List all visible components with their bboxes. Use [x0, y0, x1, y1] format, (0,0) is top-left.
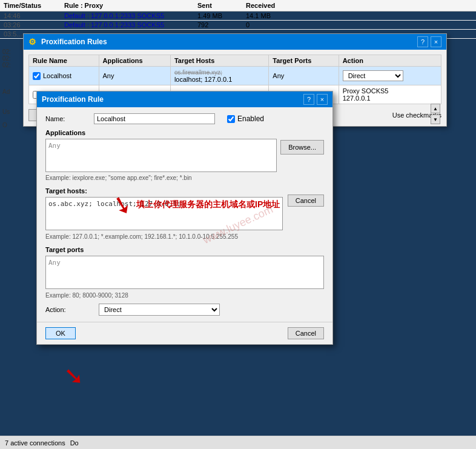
- browse-button[interactable]: Browse...: [280, 140, 324, 155]
- log-header: Time/Status Rule : Proxy Sent Received: [0, 0, 476, 12]
- target-hosts-section: Target hosts: os.abc.xyz; localhost; 127…: [45, 185, 324, 244]
- row1-rule: Default : 127.0.0.1:2333 SOCKS5: [64, 12, 197, 19]
- rule-close-button[interactable]: ×: [317, 94, 328, 105]
- rules-dialog-titlebar-buttons: ? ×: [417, 36, 441, 47]
- left-log: 02: 02: 02: Ad Us O: [2, 48, 19, 128]
- applications-input[interactable]: Any: [45, 139, 277, 172]
- active-connections: 7 active connections: [5, 439, 65, 447]
- log-row-1: 14:46 Default : 127.0.0.1:2333 SOCKS5 1.…: [0, 12, 476, 21]
- name-row: Name: Enabled: [45, 113, 324, 124]
- rule-dialog-titlebar: Proxification Rule ? ×: [37, 91, 332, 107]
- col-action: Action: [339, 55, 441, 67]
- applications-example: Example: iexplore.exe; "some app.exe"; f…: [45, 175, 324, 181]
- status-bar: 7 active connections Do: [0, 436, 476, 449]
- target-ports-input[interactable]: Any: [45, 256, 324, 289]
- row1-name: Localhost: [29, 67, 99, 85]
- rules-dialog-title: Proxification Rules: [41, 38, 107, 46]
- target-hosts-label: Target hosts:: [45, 187, 283, 195]
- row1-checkbox[interactable]: [33, 72, 41, 80]
- cancel-button[interactable]: Cancel: [288, 327, 324, 339]
- row1-received: 14.1 MB: [246, 12, 294, 19]
- rules-close-button[interactable]: ×: [431, 36, 441, 47]
- rules-dialog-titlebar: ⚙ Proxification Rules ? ×: [24, 34, 446, 50]
- log-row-2: 03:26 Default : 127.0.0.1:2333 SOCKS5 79…: [0, 21, 476, 30]
- ok-button[interactable]: OK: [45, 327, 76, 339]
- target-hosts-input[interactable]: os.abc.xyz; localhost; 127.0.0.1;: [45, 197, 283, 230]
- applications-row: Any Browse...: [45, 139, 324, 172]
- rule-help-button[interactable]: ?: [303, 94, 314, 105]
- enabled-checkbox[interactable]: [227, 115, 235, 123]
- col-applications: Applications: [99, 55, 170, 67]
- col-rule-name: Rule Name: [29, 55, 99, 67]
- target-hosts-example: Example: 127.0.0.1; *.example.com; 192.1…: [45, 233, 283, 240]
- col-target-ports: Target Ports: [269, 55, 339, 67]
- rules-dialog-icon: ⚙: [28, 37, 36, 47]
- applications-section-label: Applications: [45, 129, 324, 136]
- rules-help-button[interactable]: ?: [417, 36, 428, 47]
- row1-action-select[interactable]: Direct Proxy SOCKS5: [343, 70, 403, 81]
- col-rule: Rule : Proxy: [64, 2, 197, 9]
- row1-apps: Any: [99, 67, 170, 85]
- row2-time: 03:26: [4, 21, 64, 28]
- enabled-row: Enabled: [227, 115, 264, 123]
- target-ports-label: Target ports: [45, 246, 324, 253]
- col-sent: Sent: [197, 2, 246, 9]
- row2-rule: Default : 127.0.0.1:2333 SOCKS5: [64, 21, 197, 28]
- row1-sent: 1.49 MB: [197, 12, 246, 19]
- scroll-down-button[interactable]: ▼: [431, 115, 440, 124]
- row1-ports: Any: [269, 67, 339, 85]
- name-label: Name:: [45, 115, 94, 122]
- enabled-label: Enabled: [237, 115, 264, 123]
- target-ports-example: Example: 80; 8000-9000; 3128: [45, 292, 324, 299]
- scroll-up-button[interactable]: ▲: [431, 104, 440, 113]
- col-time: Time/Status: [4, 2, 64, 9]
- row2-action: Proxy SOCKS5127.0.0.1: [339, 85, 441, 104]
- rule-dialog: Proxification Rule ? × Name: Enabled App…: [36, 91, 333, 345]
- rules-table-header: Rule Name Applications Target Hosts Targ…: [29, 55, 441, 67]
- action-row: Action: Direct Proxy SOCKS5: [45, 304, 324, 316]
- rule-dialog-titlebar-buttons: ? ×: [303, 94, 328, 105]
- col-received: Received: [246, 2, 294, 9]
- action-label: Action:: [45, 306, 94, 313]
- row1-hosts: os.firewallme.xyz; localhost; 127.0.0.1: [170, 67, 268, 85]
- table-row[interactable]: Localhost Any os.firewallme.xyz; localho…: [29, 67, 441, 85]
- row2-received: 0: [246, 21, 294, 28]
- col-target-hosts: Target Hosts: [170, 55, 268, 67]
- action-select[interactable]: Direct Proxy SOCKS5: [99, 304, 220, 316]
- row2-sent: 792: [197, 21, 246, 28]
- scrollbar-area: ▲ ▼: [431, 104, 440, 124]
- rule-dialog-body: Name: Enabled Applications Any Browse...…: [37, 107, 332, 322]
- name-input[interactable]: [94, 113, 215, 124]
- row1-action: Direct Proxy SOCKS5: [339, 67, 441, 85]
- row1-time: 14:46: [4, 12, 64, 19]
- status2: Do: [70, 439, 79, 447]
- cancel-right-button[interactable]: Cancel: [288, 195, 324, 207]
- rule-dialog-title: Proxification Rule: [42, 95, 104, 104]
- rule-dialog-bottom-buttons: OK Cancel: [37, 322, 332, 344]
